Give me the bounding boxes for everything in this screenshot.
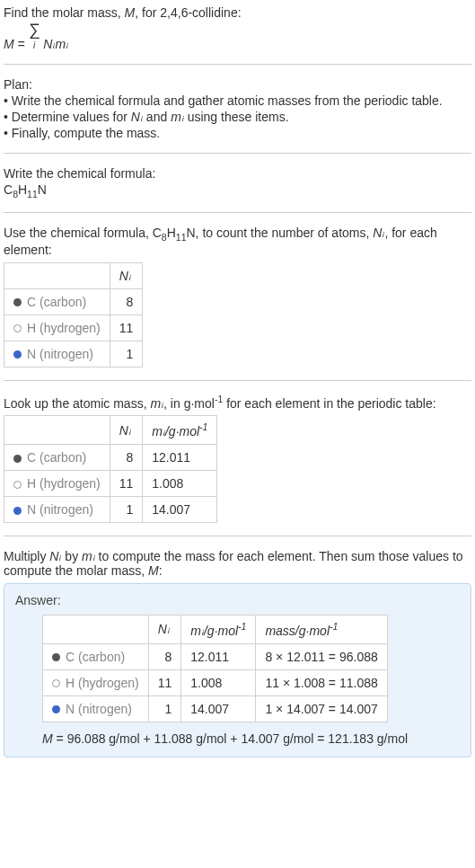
dot-icon (13, 298, 22, 306)
plan-bullet-2: • Determine values for Nᵢ and mᵢ using t… (4, 110, 471, 124)
table-row: N (nitrogen) 1 14.007 (4, 496, 217, 522)
plan-bullet-1: • Write the chemical formula and gather … (4, 93, 471, 108)
atom-count-table: Nᵢ C (carbon) 8 H (hydrogen) 11 N (nitro… (4, 262, 143, 368)
divider (4, 212, 471, 213)
dot-icon (52, 679, 60, 687)
step1-title: Write the chemical formula: (4, 166, 471, 181)
answer-table: Nᵢ mᵢ/g·mol-1 mass/g·mol-1 C (carbon) 8 … (42, 615, 388, 722)
dot-icon (52, 705, 60, 713)
table-row: N (nitrogen) 1 (4, 341, 143, 367)
header-mi: mᵢ/g·mol-1 (143, 416, 217, 445)
table-row: H (hydrogen) 11 1.008 11 × 1.008 = 11.08… (43, 669, 388, 695)
table-row: H (hydrogen) 11 1.008 (4, 470, 217, 496)
dot-icon (13, 350, 22, 359)
intro-line-1: Find the molar mass, M, for 2,4,6-collid… (4, 5, 471, 20)
header-ni: Nᵢ (148, 615, 181, 643)
intro-symbol-M: M (125, 5, 136, 20)
table-row: H (hydrogen) 11 (4, 314, 143, 341)
formula-left: M = (4, 37, 29, 51)
step2-text: Use the chemical formula, C8H11N, to cou… (4, 226, 471, 257)
atomic-mass-table: Nᵢ mᵢ/g·mol-1 C (carbon) 8 12.011 H (hyd… (4, 415, 217, 523)
answer-label: Answer: (15, 593, 460, 607)
dot-icon (13, 455, 22, 463)
table-header-row: Nᵢ (4, 262, 143, 288)
table-row: C (carbon) 8 12.011 8 × 12.011 = 96.088 (43, 643, 388, 669)
molar-mass-sum: M = 96.088 g/mol + 11.088 g/mol + 14.007… (42, 731, 460, 746)
header-mi: mᵢ/g·mol-1 (181, 615, 256, 643)
formula-right: Nᵢmᵢ (40, 37, 68, 51)
divider (4, 536, 471, 536)
header-ni: Nᵢ (110, 416, 143, 445)
chemical-formula: C8H11N (4, 182, 471, 199)
header-mass: mass/g·mol-1 (256, 615, 387, 643)
dot-icon (13, 481, 22, 489)
divider (4, 153, 471, 154)
plan-bullet-3: • Finally, compute the mass. (4, 126, 471, 140)
sigma-sub: i (33, 40, 35, 50)
table-row: N (nitrogen) 1 14.007 1 × 14.007 = 14.00… (43, 695, 388, 722)
dot-icon (13, 324, 22, 332)
table-header-row: Nᵢ mᵢ/g·mol-1 mass/g·mol-1 (43, 615, 388, 643)
plan-title: Plan: (4, 77, 471, 92)
dot-icon (13, 507, 22, 515)
table-row: C (carbon) 8 (4, 288, 143, 314)
divider (4, 380, 471, 381)
step4-text: Multiply Nᵢ by mᵢ to compute the mass fo… (4, 549, 471, 578)
table-row: C (carbon) 8 12.011 (4, 444, 217, 470)
intro-text-a: Find the molar mass, (4, 5, 125, 20)
table-header-row: Nᵢ mᵢ/g·mol-1 (4, 416, 217, 445)
intro-text-c: , for 2,4,6-collidine: (135, 5, 241, 20)
header-ni: Nᵢ (110, 262, 143, 288)
sigma-icon: ∑ (29, 21, 40, 39)
intro-formula: M = ∑i Nᵢmᵢ (4, 22, 471, 51)
answer-box: Answer: Nᵢ mᵢ/g·mol-1 mass/g·mol-1 C (ca… (4, 583, 471, 757)
step3-text: Look up the atomic mass, mᵢ, in g·mol-1 … (4, 394, 471, 411)
divider (4, 64, 471, 65)
dot-icon (52, 653, 60, 661)
answer-inner: Nᵢ mᵢ/g·mol-1 mass/g·mol-1 C (carbon) 8 … (15, 615, 460, 746)
